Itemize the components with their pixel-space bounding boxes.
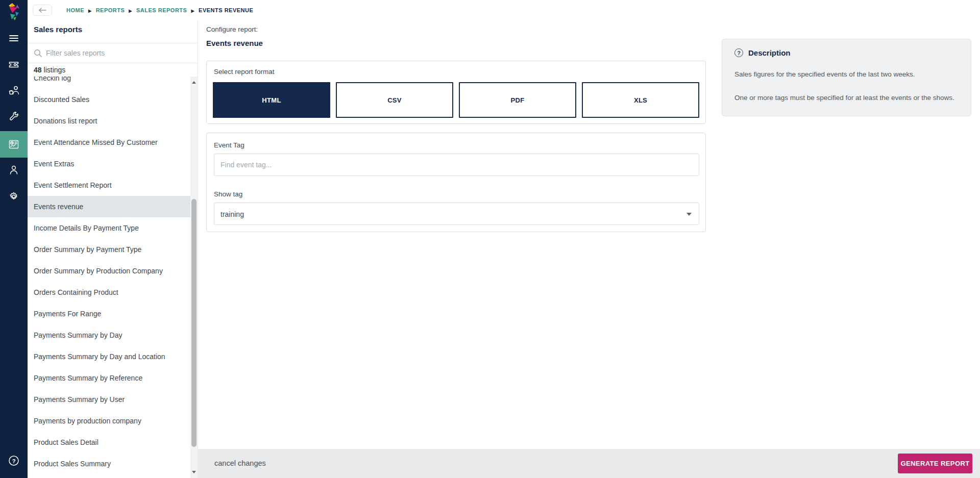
event-tag-input[interactable] [214,154,699,176]
breadcrumb-item: REPORTS▶ [96,7,136,13]
report-list-item[interactable]: Payments Summary by User [28,389,190,410]
report-list-item[interactable]: Payments Summary by Day and Location [28,346,190,367]
show-tag-select[interactable]: training [214,203,699,225]
report-list-item[interactable]: Order Summary by Payment Type [28,239,190,260]
report-list-item[interactable]: Payments by production company [28,410,190,432]
description-header: Description [734,48,791,57]
reports-icon[interactable] [0,131,28,158]
report-list: Checkin logDiscounted SalesDonations lis… [28,77,190,474]
description-paragraph: One or more tags must be specified for a… [734,92,959,104]
breadcrumb-item: EVENTS REVENUE [199,7,261,13]
report-list-item[interactable]: Payments Summary by Reference [28,367,190,389]
breadcrumb-separator: ▶ [191,9,194,13]
format-option-button[interactable]: HTML [213,82,330,118]
dropdown-caret-icon [687,213,692,216]
report-list-item[interactable]: Orders Containing Product [28,282,190,303]
scrollbar-up-arrow-icon[interactable] [192,81,196,84]
description-card: Description Sales figures for the specif… [722,39,971,116]
report-title: Events revenue [206,39,263,47]
breadcrumb: HOME▶ REPORTS▶ SALES REPORTS▶ EVENTS REV… [66,0,261,20]
description-title: Description [748,48,791,57]
breadcrumb-item: HOME▶ [66,7,96,13]
report-list-item[interactable]: Payments Summary by Day [28,324,190,346]
top-bar: HOME▶ REPORTS▶ SALES REPORTS▶ EVENTS REV… [28,0,980,20]
search-icon [34,49,42,58]
format-option-button[interactable]: PDF [459,82,576,118]
question-circle-icon [734,48,743,57]
scrollbar-thumb[interactable] [191,199,197,447]
description-paragraph: Sales figures for the specified events o… [734,69,959,80]
breadcrumb-link[interactable]: HOME [66,7,84,13]
format-options: HTMLCSVPDFXLS [213,82,699,118]
show-tag-label: Show tag [214,190,242,198]
help-icon[interactable]: ? [0,448,28,473]
generate-report-button[interactable]: GENERATE REPORT [898,454,972,473]
format-option-button[interactable]: XLS [582,82,699,118]
back-button[interactable] [33,5,52,16]
tags-section: Event Tag Show tag training [206,133,706,232]
report-list-item[interactable]: Payments For Range [28,303,190,324]
app-sidebar: ? [0,0,28,478]
report-list-item[interactable]: Product Sales Summary [28,453,190,474]
panel-title: Sales reports [34,25,82,34]
list-scrollbar[interactable] [190,77,198,478]
sales-reports-panel: Sales reports 48listings Checkin logDisc… [28,20,198,478]
show-tag-value: training [220,203,244,225]
report-list-item[interactable]: Product Sales Detail [28,432,190,453]
customers-icon[interactable] [0,78,28,103]
report-list-item[interactable]: Event Settlement Report [28,174,190,196]
filter-sales-reports-input[interactable] [46,43,184,63]
report-list-item[interactable]: Event Extras [28,153,190,174]
report-list-item[interactable]: Events revenue [28,196,190,217]
settings-icon[interactable] [0,184,28,209]
breadcrumb-separator: ▶ [88,9,92,13]
configure-report-label: Configure report: [206,26,258,33]
breadcrumb-link[interactable]: REPORTS [96,7,125,13]
ticketsolve-logo-icon[interactable] [5,3,22,22]
footer-bar: cancel changes GENERATE REPORT [198,449,980,478]
event-tag-label: Event Tag [214,141,244,149]
breadcrumb-separator: ▶ [129,9,132,13]
menu-icon[interactable] [0,26,28,51]
filter-row [28,43,198,63]
listings-count: 48listings [34,63,192,77]
breadcrumb-link[interactable]: SALES REPORTS [136,7,187,13]
report-format-section: Select report format HTMLCSVPDFXLS [206,61,706,124]
cancel-changes-link[interactable]: cancel changes [214,449,266,478]
report-list-item[interactable]: Donations list report [28,110,190,132]
report-list-item[interactable]: Checkin log [28,77,190,89]
report-list-item[interactable]: Discounted Sales [28,89,190,110]
configure-report-main: Configure report: Events revenue Select … [198,20,980,449]
tickets-icon[interactable] [0,52,28,77]
report-list-item[interactable]: Order Summary by Production Company [28,260,190,282]
format-section-label: Select report format [214,68,275,76]
report-list-item[interactable]: Income Details By Payment Type [28,217,190,239]
tools-icon[interactable] [0,104,28,129]
breadcrumb-link[interactable]: EVENTS REVENUE [199,7,253,13]
report-list-viewport: Checkin logDiscounted SalesDonations lis… [28,77,190,478]
scrollbar-down-arrow-icon[interactable] [192,471,196,473]
report-list-item[interactable]: Event Attendance Missed By Customer [28,132,190,153]
svg-text:?: ? [12,458,16,464]
breadcrumb-item: SALES REPORTS▶ [136,7,199,13]
format-option-button[interactable]: CSV [336,82,453,118]
account-icon[interactable] [0,157,28,183]
